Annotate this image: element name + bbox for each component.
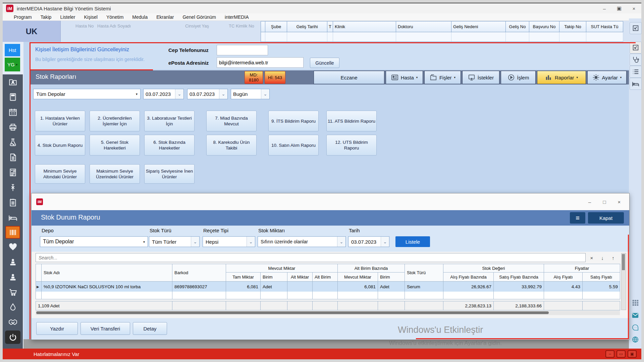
eczane-button[interactable]: Eczane (314, 71, 384, 84)
barcode-icon[interactable] (5, 226, 20, 239)
bed-icon[interactable] (3, 210, 23, 225)
modal-stok-turu-select[interactable]: Tüm Türler ⌄ (149, 236, 200, 247)
ayarlar-button[interactable]: Ayarlar ▾ (587, 71, 627, 84)
report-button-max-seviye[interactable]: Maksimum Seviye Üzerindeki Ürünler (90, 164, 140, 184)
reception2-icon[interactable] (3, 269, 23, 285)
modal-close-button[interactable]: × (612, 197, 627, 206)
search-up-icon[interactable]: ↑ (608, 254, 618, 262)
report-button-1[interactable]: 1. Hastalara Verilen Ürünler (35, 111, 85, 131)
handshake-icon[interactable] (3, 315, 23, 330)
raporlar-button[interactable]: Raporlar ▾ (537, 71, 586, 84)
birim-header[interactable]: Birim (261, 273, 287, 282)
notes-icon[interactable] (3, 195, 23, 210)
report-button-3[interactable]: 3. Laboratuvar Testleri İçin (144, 111, 195, 131)
calendar-icon[interactable] (3, 105, 23, 120)
fisler-button[interactable]: Fişler ▾ (424, 71, 461, 84)
veri-transferi-button[interactable]: Veri Transferi (80, 322, 130, 335)
menu-medula[interactable]: Medula (128, 14, 152, 20)
date-end-select[interactable]: 03.07.2023 ⌄ (187, 89, 228, 99)
report-button-2[interactable]: 2. Ücretlendirilen İşlemler İçin (90, 111, 140, 131)
menu-intermedia[interactable]: interMEDIA (220, 14, 253, 20)
detay-button[interactable]: Detay (133, 322, 167, 335)
report-button-4[interactable]: 4. Stok Durum Raporu (35, 135, 85, 156)
table-horizontal-scrollbar[interactable] (36, 311, 620, 315)
report-button-siparis-seviye[interactable]: Sipariş Seviyesine İnen Ürünler (144, 164, 195, 184)
horizontal-scroll-thumb[interactable] (36, 311, 549, 314)
depot-select[interactable]: Tüm Depolar ▾ (33, 89, 141, 99)
report-button-6[interactable]: 6. Stok Bazında Hareketler (144, 135, 195, 156)
date-start-select[interactable]: 03.07.2023 ⌄ (143, 89, 184, 99)
report-button-12[interactable]: 12. UTS Bildirim Raporu (326, 135, 377, 156)
printer-icon[interactable] (3, 120, 23, 135)
report-button-7[interactable]: 7. Miad Bazında Mevcut (206, 111, 257, 131)
barkod-header[interactable]: Barkod (172, 264, 226, 282)
modal-minimize-button[interactable]: – (582, 197, 597, 206)
satis-fiyati-header[interactable]: Satış Fiyatı (583, 273, 620, 282)
table-vertical-scrollbar[interactable] (621, 253, 626, 310)
menu-program[interactable]: Program (9, 14, 36, 20)
satis-bazinda-header[interactable]: Satış Fiyatı Bazında (494, 273, 544, 282)
report-button-8[interactable]: 8. Karekodlu Ürün Takibi (206, 135, 257, 156)
heart-icon[interactable] (3, 239, 23, 254)
calculator-icon[interactable] (3, 89, 23, 105)
menu-genel-gorunum[interactable]: Genel Görünüm (178, 14, 220, 20)
cart-icon[interactable] (3, 285, 23, 300)
modal-maximize-button[interactable]: □ (597, 197, 612, 206)
menu-kisisel[interactable]: Kişisel (80, 14, 102, 20)
hasta-adi-label[interactable]: Hasta Adı Soyadı (97, 23, 131, 28)
report-button-11[interactable]: 11. ATS Bildirim Raporu (326, 111, 377, 131)
bed2-icon[interactable] (630, 78, 642, 90)
reminder-minimize-icon[interactable]: – (605, 350, 614, 358)
report-button-9[interactable]: 9. İTS Bildirim Raporu (268, 111, 319, 131)
birim2-header[interactable]: Birim (378, 273, 405, 282)
alis-fiyati-header[interactable]: Alış Fiyatı (544, 273, 583, 282)
expand2-icon[interactable] (630, 42, 642, 54)
table-row[interactable]: ▶ %0,9 IZOTONIK NaCl SOLUSYON 100 ml tor… (36, 282, 620, 292)
patient-card-icon[interactable] (3, 165, 23, 180)
list-icon[interactable] (630, 66, 642, 78)
hasta-button[interactable]: Hasta ▾ (386, 71, 423, 84)
window-close-button[interactable]: × (627, 4, 641, 13)
islem-button[interactable]: İşlem (501, 71, 536, 84)
menu-yonetim[interactable]: Yönetim (102, 14, 128, 20)
tc-kimlik-label[interactable]: TC Kimlik No (229, 23, 254, 28)
blood-drop-icon[interactable] (3, 300, 23, 315)
email-input[interactable] (217, 57, 304, 68)
lab-flask-icon[interactable] (3, 135, 23, 150)
yazdir-button[interactable]: Yazdır (36, 322, 78, 335)
power-icon[interactable] (5, 330, 20, 344)
search-down-icon[interactable]: ↓ (598, 254, 607, 262)
chat-icon[interactable] (630, 322, 641, 333)
mail-icon[interactable] (630, 310, 641, 321)
modal-depo-select[interactable]: Tüm Depolar ▾ (40, 236, 148, 247)
report-button-10[interactable]: 10. Satın Alım Raporu (268, 135, 319, 156)
report-button-5[interactable]: 5. Genel Stok Hareketleri (90, 135, 140, 156)
hi-badge[interactable]: Hİ: 543 (265, 71, 285, 84)
expand-icon[interactable] (630, 22, 642, 34)
update-button[interactable]: Güncelle (310, 58, 339, 68)
alt-birim-header[interactable]: Alt Birim (313, 273, 338, 282)
globe-icon[interactable] (630, 334, 641, 345)
reminder-maximize-icon[interactable]: ▣ (628, 350, 637, 358)
modal-recete-select[interactable]: Hepsi ⌄ (203, 236, 255, 247)
stok-turu-header[interactable]: Stok Türü (405, 264, 443, 282)
reminder-text[interactable]: Hatırlatmalarınız Var (34, 351, 79, 357)
menu-takip[interactable]: Takip (36, 14, 56, 20)
alt-miktar-header[interactable]: Alt Miktar (287, 273, 313, 282)
alis-bazinda-header[interactable]: Alış Fiyatı Bazında (443, 273, 494, 282)
branch-code-box[interactable]: UK (3, 21, 61, 42)
apps-grid-icon[interactable] (630, 297, 641, 308)
vertical-scroll-thumb[interactable] (622, 254, 625, 270)
hst-tab-button[interactable]: Hst (5, 44, 20, 56)
window-restore-button[interactable]: ▣ (612, 4, 627, 13)
records-icon[interactable] (3, 74, 23, 89)
window-minimize-button[interactable]: – (597, 4, 612, 13)
document-icon[interactable] (3, 150, 23, 165)
modal-menu-button[interactable]: ≡ (570, 212, 585, 224)
reception-icon[interactable] (3, 254, 23, 269)
yg-tab-button[interactable]: YG ▾ (5, 58, 20, 71)
caduceus-icon[interactable] (3, 180, 23, 195)
stok-adi-header[interactable]: Stok Adı (42, 264, 172, 282)
menu-listeler[interactable]: Listeler (56, 14, 79, 20)
mevcut-miktar2-header[interactable]: Mevcut Miktar (338, 273, 378, 282)
